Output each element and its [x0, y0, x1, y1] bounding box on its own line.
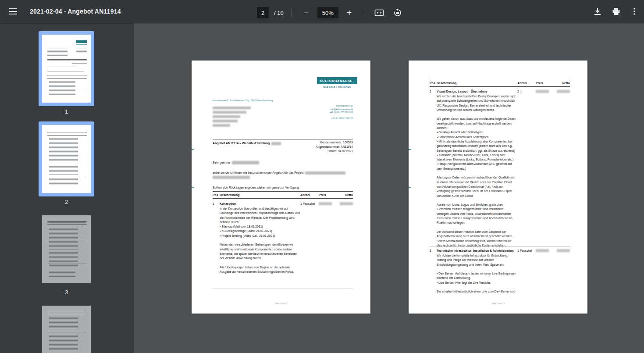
- toolbar-divider: [292, 8, 292, 17]
- pdf-toolbar: 2021-02-04 - Angebot AN11914 / 10 − 50% …: [0, 0, 644, 23]
- download-icon: [594, 8, 601, 15]
- thumbnail-label-2: 2: [39, 199, 94, 205]
- col-header-desc: Beschreibung: [220, 193, 239, 196]
- pdf-page-1: KULTURBANAUSE_ WEBSITES / TRAININGS kult…: [192, 61, 370, 314]
- row-description: Wir sichten die bereitgestellten Designl…: [437, 94, 517, 248]
- recipient-address-redacted: [213, 107, 251, 127]
- redacted-line: [213, 124, 230, 127]
- rotate-icon: [393, 8, 402, 17]
- row-net-redacted: [557, 249, 570, 252]
- note-paragraph: Sollten sich Rückfragen ergeben, stehen …: [213, 185, 299, 190]
- offer-title: Angebot AN11914 – Website-Erstellung: [213, 141, 281, 146]
- table-rule-top: [430, 80, 570, 80]
- col-header-qty: Anzahl: [517, 82, 527, 85]
- redacted-inline: [305, 171, 345, 175]
- row-pos: 2: [430, 89, 431, 94]
- col-header-net: Netto: [562, 82, 570, 85]
- thumbnail-page-3[interactable]: [42, 215, 91, 283]
- col-header-net: Netto: [345, 193, 353, 196]
- page-footer: Seite 1 von 10: [192, 303, 370, 305]
- page-footer: Seite 2 von 10: [409, 303, 587, 305]
- col-header-desc: Beschreibung: [437, 82, 456, 85]
- page-number-input[interactable]: [257, 7, 269, 18]
- fit-width-button[interactable]: [372, 6, 386, 20]
- col-header-pos: Pos: [430, 82, 435, 85]
- col-header-price: Preis: [319, 193, 326, 196]
- row-qty: 1 Pauschal: [300, 202, 315, 206]
- redacted-line: [213, 107, 251, 109]
- col-header-price: Preis: [536, 82, 543, 85]
- row-title: Technische Infrastruktur: Installation &…: [437, 249, 514, 253]
- pdf-page-2: Pos Beschreibung Anzahl Preis Netto 2 Vi…: [409, 61, 587, 314]
- document-title: 2021-02-04 - Angebot AN11914: [30, 8, 121, 15]
- contact-block: kulturbanause.de info@kulturbanause.de +…: [329, 104, 353, 114]
- redacted-inline: [232, 161, 259, 164]
- redacted-line: [213, 115, 240, 118]
- sender-line: kulturbanause® | Großbeerenstr. 36 | 109…: [213, 100, 273, 102]
- thumbnail-page-preview: [42, 306, 91, 353]
- vat-line: USt-ID: DE261298752: [309, 118, 353, 120]
- table-rule-top: [213, 191, 353, 192]
- row-price-redacted: [319, 202, 332, 205]
- zoom-level-chip[interactable]: 50%: [317, 7, 338, 18]
- row-title: Visual Design, Layout – Übernahme: [437, 89, 487, 94]
- print-button[interactable]: [609, 4, 623, 18]
- title-rule: [213, 139, 353, 139]
- fit-width-icon: [374, 9, 384, 17]
- thumbnail-label-1: 1: [39, 108, 94, 115]
- row-pos: 1: [213, 202, 214, 206]
- row-net-redacted: [340, 202, 353, 205]
- more-vertical-icon: [633, 8, 635, 15]
- table-rule-bottom: [430, 86, 570, 87]
- thumbnail-page-2[interactable]: [39, 121, 94, 196]
- redacted-inline: [271, 142, 281, 145]
- print-icon: [612, 8, 620, 15]
- row-qty: 1 Pauschal: [517, 249, 532, 253]
- col-header-pos: Pos: [213, 193, 218, 196]
- thumbnail-sidebar: 1 2: [0, 23, 134, 353]
- company-logo-subtitle: WEBSITES / TRAININGS: [317, 86, 357, 88]
- thumbnail-label-3: 3: [39, 289, 94, 296]
- page-count-label: / 10: [274, 10, 284, 16]
- company-logo: KULTURBANAUSE_: [317, 77, 357, 84]
- thumbnail-page-1[interactable]: [39, 31, 94, 106]
- table-rule-bottom: [213, 198, 353, 199]
- row-net-redacted: [557, 90, 570, 93]
- row-price-redacted: [536, 90, 549, 93]
- row-description: Wir richten die komplette Infrastruktur …: [437, 253, 517, 294]
- thumbnail-page-preview: [42, 125, 91, 193]
- section-rule: [213, 289, 353, 289]
- redacted-line: [213, 111, 246, 114]
- redacted-line: [213, 176, 250, 179]
- thumbnail-page-4[interactable]: [42, 306, 91, 353]
- thumbnail-page-preview: [42, 35, 91, 103]
- zoom-in-button[interactable]: +: [343, 6, 356, 19]
- row-description: In der Konzeption überprüfen und bestäti…: [220, 207, 300, 274]
- salutation: Sehr geehrte: [213, 160, 259, 165]
- download-button[interactable]: [591, 4, 605, 18]
- redacted-line: [213, 120, 238, 122]
- more-menu-button[interactable]: [627, 4, 641, 18]
- section-rule: [430, 246, 570, 247]
- thumbnail-page-preview: [42, 215, 91, 283]
- col-header-qty: Anzahl: [300, 193, 310, 196]
- intro-paragraph: anbei sende ich Ihnen wie besprochen uns…: [213, 171, 357, 175]
- rotate-button[interactable]: [391, 6, 405, 20]
- pdf-viewer-canvas: KULTURBANAUSE_ WEBSITES / TRAININGS kult…: [134, 23, 644, 353]
- offer-meta: Kundennummer: 100549 Angebotsnummer: AN1…: [316, 140, 353, 153]
- row-title: Konzeption: [220, 202, 236, 206]
- row-pos: 3: [430, 249, 431, 253]
- row-qty: 2 h: [517, 89, 521, 94]
- toolbar-divider: [364, 8, 364, 17]
- menu-button[interactable]: [6, 4, 20, 18]
- row-price-redacted: [536, 249, 549, 252]
- menu-icon: [9, 8, 17, 14]
- zoom-out-button[interactable]: −: [300, 6, 313, 19]
